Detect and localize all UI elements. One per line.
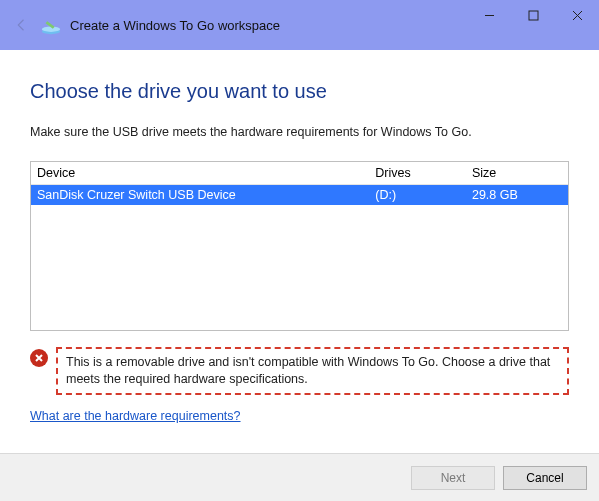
window-controls xyxy=(467,0,599,30)
table-row[interactable]: SanDisk Cruzer Switch USB Device (D:) 29… xyxy=(31,185,568,205)
column-header-device[interactable]: Device xyxy=(31,162,369,184)
cell-drives: (D:) xyxy=(369,185,466,205)
drive-table: Device Drives Size SanDisk Cruzer Switch… xyxy=(30,161,569,331)
hardware-requirements-link[interactable]: What are the hardware requirements? xyxy=(30,409,569,423)
footer-bar: Next Cancel xyxy=(0,453,599,501)
page-instruction: Make sure the USB drive meets the hardwa… xyxy=(30,125,569,139)
column-header-drives[interactable]: Drives xyxy=(369,162,466,184)
maximize-button[interactable] xyxy=(511,0,555,30)
table-body: SanDisk Cruzer Switch USB Device (D:) 29… xyxy=(31,185,568,330)
cell-size: 29.8 GB xyxy=(466,185,568,205)
page-heading: Choose the drive you want to use xyxy=(30,80,569,103)
svg-rect-2 xyxy=(529,11,538,20)
cell-device: SanDisk Cruzer Switch USB Device xyxy=(31,185,369,205)
cancel-button[interactable]: Cancel xyxy=(503,466,587,490)
back-button[interactable] xyxy=(10,13,34,37)
warning-row: This is a removable drive and isn't comp… xyxy=(30,347,569,395)
next-button: Next xyxy=(411,466,495,490)
title-bar: Create a Windows To Go workspace xyxy=(0,0,599,50)
wizard-icon xyxy=(40,14,62,36)
content-area: Choose the drive you want to use Make su… xyxy=(0,50,599,453)
table-header: Device Drives Size xyxy=(31,162,568,185)
minimize-button[interactable] xyxy=(467,0,511,30)
column-header-size[interactable]: Size xyxy=(466,162,568,184)
window-title: Create a Windows To Go workspace xyxy=(70,18,280,33)
close-button[interactable] xyxy=(555,0,599,30)
warning-text: This is a removable drive and isn't comp… xyxy=(56,347,569,395)
error-icon xyxy=(30,349,48,367)
